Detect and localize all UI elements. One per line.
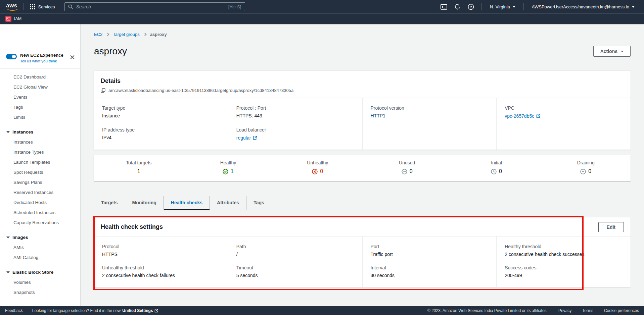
actions-button[interactable]: Actions xyxy=(593,46,631,57)
tab-targets[interactable]: Targets xyxy=(94,196,125,210)
draining-minus-circle-icon xyxy=(580,169,586,174)
field-label: Protocol : Port xyxy=(236,105,354,111)
stat-value: 1 xyxy=(231,168,234,174)
account-menu[interactable]: AWSPowerUserAccess/navaneeth.kn@harness.… xyxy=(528,4,639,9)
banner-feedback-link[interactable]: Tell us what you think xyxy=(20,59,68,63)
ip-address-type-value: IPv4 xyxy=(102,135,220,140)
favorite-iam-link[interactable]: IAM xyxy=(5,16,21,22)
external-link-icon xyxy=(154,309,158,313)
sidebar-item-ec2-dashboard[interactable]: EC2 Dashboard xyxy=(0,72,80,82)
breadcrumb: EC2 Target groups asproxy xyxy=(94,31,631,37)
copy-icon[interactable] xyxy=(101,88,105,93)
aws-console-page: aws Services [Alt+S] xyxy=(0,0,644,315)
sidebar-item-scheduled-instances[interactable]: Scheduled Instances xyxy=(0,208,80,218)
hc-column-2: Path / Timeout 5 seconds xyxy=(228,237,362,287)
sidebar-item-ami-catalog[interactable]: AMI Catalog xyxy=(0,253,80,263)
hc-timeout-value: 5 seconds xyxy=(236,273,354,278)
stat-label: Unhealthy xyxy=(273,160,362,165)
breadcrumb-target-groups[interactable]: Target groups xyxy=(113,32,140,37)
sidebar-item-limits[interactable]: Limits xyxy=(0,112,80,122)
aws-logo[interactable]: aws xyxy=(5,2,19,11)
search-icon xyxy=(68,4,73,9)
sidebar-item-volumes[interactable]: Volumes xyxy=(0,277,80,287)
chevron-down-icon xyxy=(621,51,624,52)
target-type-value: Instance xyxy=(102,113,220,118)
protocol-version-value: HTTP1 xyxy=(371,113,489,118)
tab-tags[interactable]: Tags xyxy=(246,196,271,210)
field-label: Healthy threshold xyxy=(505,244,623,249)
top-navigation-bar: aws Services [Alt+S] xyxy=(0,0,644,13)
breadcrumb-chevron-icon xyxy=(106,33,109,36)
details-card: Details arn:aws:elasticloadbalancing:us-… xyxy=(94,70,631,150)
field-label: Port xyxy=(371,244,489,249)
sidebar-item-savings-plans[interactable]: Savings Plans xyxy=(0,177,80,188)
breadcrumb-ec2[interactable]: EC2 xyxy=(94,32,102,37)
hc-column-1: Protocol HTTPS Unhealthy threshold 2 con… xyxy=(94,237,228,287)
initial-clock-circle-icon xyxy=(491,169,497,174)
search-input[interactable] xyxy=(76,4,228,9)
unified-settings-link[interactable]: Unified Settings xyxy=(122,308,158,313)
sidebar-item-spot-requests[interactable]: Spot Requests xyxy=(0,167,80,177)
sidebar-item-capacity-reservations[interactable]: Capacity Reservations xyxy=(0,218,80,228)
privacy-link[interactable]: Privacy xyxy=(558,308,571,313)
health-check-settings-heading: Health check settings xyxy=(101,223,163,230)
sidebar-item-reserved-instances[interactable]: Reserved Instances xyxy=(0,188,80,198)
sidebar-item-events[interactable]: Events xyxy=(0,92,80,102)
help-icon: ? xyxy=(468,4,474,10)
new-experience-toggle[interactable] xyxy=(6,54,17,59)
stat-label: Initial xyxy=(452,160,541,165)
tab-monitoring[interactable]: Monitoring xyxy=(125,196,164,210)
sidebar-section-instances[interactable]: Instances xyxy=(0,127,80,137)
breadcrumb-chevron-icon xyxy=(143,33,146,36)
sidebar-item-amis[interactable]: AMIs xyxy=(0,243,80,253)
topbar-right-cluster: ? N. Virginia AWSPowerUserAccess/navanee… xyxy=(437,0,639,13)
stat-label: Unused xyxy=(362,160,452,165)
sidebar-item-ec2-global-view[interactable]: EC2 Global View xyxy=(0,82,80,92)
sidebar-item-tags[interactable]: Tags xyxy=(0,102,80,112)
stat-label: Total targets xyxy=(94,160,183,165)
favorite-iam-label: IAM xyxy=(14,16,21,21)
cloudshell-terminal-icon xyxy=(441,4,447,10)
help-button[interactable]: ? xyxy=(464,0,477,13)
details-column-2: Protocol : Port HTTPS: 443 Load balancer… xyxy=(228,98,362,150)
region-selector[interactable]: N. Virginia xyxy=(486,4,519,9)
health-check-settings-section: Health check settings Edit Protocol HTTP… xyxy=(94,217,631,287)
cloudshell-button[interactable] xyxy=(437,0,451,13)
target-group-arn: arn:aws:elasticloadbalancing:us-east-1:3… xyxy=(108,88,293,93)
global-search-box[interactable]: [Alt+S] xyxy=(64,2,245,11)
sidebar-item-dedicated-hosts[interactable]: Dedicated Hosts xyxy=(0,198,80,208)
feedback-link[interactable]: Feedback xyxy=(5,308,23,313)
field-label: Unhealthy threshold xyxy=(102,265,220,270)
stat-unhealthy: Unhealthy 0 xyxy=(273,160,362,176)
field-label: Path xyxy=(236,244,354,249)
tab-health-checks[interactable]: Health checks xyxy=(164,196,210,210)
notifications-button[interactable] xyxy=(451,0,464,13)
sidebar-item-launch-templates[interactable]: Launch Templates xyxy=(0,157,80,167)
cookie-preferences-link[interactable]: Cookie preferences xyxy=(604,308,639,313)
sidebar-section-images[interactable]: Images xyxy=(0,232,80,243)
edit-button[interactable]: Edit xyxy=(598,222,624,232)
load-balancer-link[interactable]: regular xyxy=(236,135,257,141)
sidebar-section-elastic-block-store[interactable]: Elastic Block Store xyxy=(0,267,80,277)
services-menu-button[interactable]: Services xyxy=(28,4,57,9)
favorites-bar: IAM xyxy=(0,13,644,24)
hc-column-3: Port Traffic port Interval 30 seconds xyxy=(362,237,497,287)
stat-value: 0 xyxy=(410,168,413,174)
protocol-port-value: HTTPS: 443 xyxy=(236,113,354,118)
sidebar-item-instance-types[interactable]: Instance Types xyxy=(0,147,80,157)
services-label: Services xyxy=(38,4,55,9)
ec2-sidebar: New EC2 Experience Tell us what you thin… xyxy=(0,24,81,306)
vpc-link[interactable]: vpc-2657db5c xyxy=(505,113,540,119)
terms-link[interactable]: Terms xyxy=(582,308,593,313)
hc-success-codes-value: 200-499 xyxy=(505,273,623,278)
sidebar-item-snapshots[interactable]: Snapshots xyxy=(0,287,80,298)
stat-label: Healthy xyxy=(183,160,273,165)
unused-ellipsis-circle-icon xyxy=(402,169,407,174)
stat-value: 1 xyxy=(137,168,140,174)
tab-attributes[interactable]: Attributes xyxy=(210,196,246,210)
banner-close-button[interactable] xyxy=(70,55,75,60)
services-grid-icon xyxy=(30,4,35,9)
account-label: AWSPowerUserAccess/navaneeth.kn@harness.… xyxy=(532,4,629,9)
sidebar-item-instances[interactable]: Instances xyxy=(0,137,80,147)
new-experience-banner: New EC2 Experience Tell us what you thin… xyxy=(0,53,80,68)
